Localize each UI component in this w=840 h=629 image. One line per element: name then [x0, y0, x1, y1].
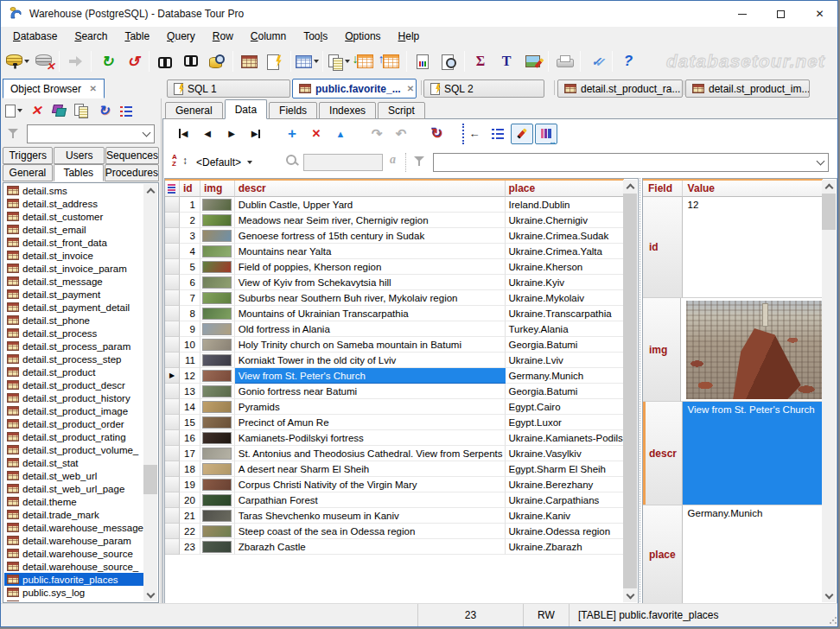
- cell-id[interactable]: 8: [180, 306, 200, 321]
- cell-id[interactable]: 9: [180, 321, 200, 337]
- scroll-up-icon[interactable]: [143, 184, 157, 197]
- cell-img[interactable]: [200, 337, 235, 353]
- new-object-button[interactable]: [3, 100, 25, 121]
- sidebar-tab-tables[interactable]: Tables: [54, 164, 104, 181]
- cell-descr[interactable]: Meadows near Seim river, Chernigiv regio…: [235, 213, 506, 228]
- row-indicator[interactable]: [165, 399, 180, 415]
- row-indicator[interactable]: [165, 430, 180, 446]
- print-preview-button[interactable]: [436, 49, 461, 73]
- sidebar-tab-sequences[interactable]: Sequences: [105, 147, 159, 164]
- row-indicator[interactable]: [165, 244, 180, 259]
- cell-descr[interactable]: Kamianets-Podilskyi fortress: [235, 430, 506, 446]
- cell-id[interactable]: 10: [180, 337, 200, 353]
- table-item[interactable]: detail.st_payment_detail: [4, 301, 143, 314]
- cell-descr[interactable]: Gonio fortress near Batumi: [235, 384, 506, 399]
- table-item[interactable]: detail.warehouse_source_: [4, 560, 143, 573]
- cell-descr[interactable]: Zbarazh Castle: [235, 539, 506, 555]
- menu-tools[interactable]: Tools: [295, 28, 336, 45]
- table-item[interactable]: detail.st_address: [4, 197, 143, 210]
- report-button[interactable]: [410, 49, 436, 73]
- field-name-img[interactable]: img: [643, 298, 681, 402]
- cell-img[interactable]: [200, 197, 235, 213]
- last-record-button[interactable]: [245, 124, 267, 144]
- cell-img[interactable]: [200, 446, 235, 461]
- cell-descr[interactable]: Dublin Castle, Upper Yard: [235, 197, 506, 213]
- cell-id[interactable]: 11: [180, 353, 200, 368]
- cell-id[interactable]: 21: [180, 508, 200, 524]
- blob-pen-record-button[interactable]: [511, 124, 533, 144]
- table-item[interactable]: public.favorite_places: [4, 573, 143, 586]
- connect-db-button[interactable]: [4, 49, 30, 73]
- objects-3d-button[interactable]: [48, 100, 70, 121]
- tab-sql-2[interactable]: SQL 2: [423, 79, 544, 98]
- cell-place[interactable]: Ukraine.Kyiv: [506, 275, 624, 290]
- row-indicator[interactable]: [165, 384, 180, 399]
- table-item[interactable]: detail.st_product_image: [4, 404, 143, 417]
- cell-place[interactable]: Ukraine.Chernigiv: [506, 213, 624, 228]
- sidebar-tab-procedures[interactable]: Procedures: [105, 164, 159, 181]
- cell-id[interactable]: 19: [180, 477, 200, 492]
- checklist-button[interactable]: [115, 100, 137, 121]
- prior-record-button[interactable]: [196, 124, 219, 144]
- text-tool-button[interactable]: [493, 49, 519, 73]
- menu-column[interactable]: Column: [242, 28, 295, 45]
- cell-descr[interactable]: St. Antonius and Theodosius Cathedral. V…: [235, 446, 506, 461]
- table-item[interactable]: detail.st_phone: [4, 314, 143, 327]
- cell-descr[interactable]: Carpathian Forest: [235, 492, 506, 508]
- refresh-record-button[interactable]: [426, 124, 449, 144]
- undo-arrow-button[interactable]: [120, 49, 146, 73]
- row-indicator[interactable]: [165, 306, 180, 321]
- column-header-value[interactable]: Value: [683, 181, 823, 197]
- sidebar-tab-users[interactable]: Users: [54, 147, 104, 164]
- table-item[interactable]: detail.st_email: [4, 223, 143, 236]
- menu-help[interactable]: Help: [390, 28, 429, 45]
- cell-img[interactable]: [200, 539, 235, 555]
- cell-place[interactable]: Egypt.Sharm El Sheih: [506, 461, 624, 477]
- cell-id[interactable]: 3: [180, 228, 200, 244]
- tab-data[interactable]: Data: [225, 99, 267, 119]
- find-replace-button[interactable]: [178, 49, 204, 73]
- table-item[interactable]: detail.trade_mark: [4, 508, 143, 521]
- table-item[interactable]: detail.sms: [4, 184, 143, 197]
- cell-place[interactable]: Ukraine.Kamianets-Podilskyi: [506, 430, 624, 446]
- row-indicator[interactable]: [165, 213, 180, 228]
- field-value-place[interactable]: Germany.Munich: [683, 505, 823, 603]
- cell-img[interactable]: [200, 213, 235, 228]
- menu-database[interactable]: Database: [4, 28, 66, 45]
- column-header-field[interactable]: Field: [643, 181, 683, 197]
- sort-order-select[interactable]: <Default>: [193, 154, 256, 171]
- object-filter-combo[interactable]: [27, 124, 155, 143]
- field-value-id[interactable]: 12: [683, 197, 823, 298]
- close-icon[interactable]: ✕: [90, 84, 97, 93]
- sidebar-tab-triggers[interactable]: Triggers: [3, 147, 53, 164]
- table-item[interactable]: detail.st_invoice: [4, 249, 143, 262]
- cell-place[interactable]: Georgia.Batumi: [506, 337, 624, 353]
- cell-id[interactable]: 1: [180, 197, 200, 213]
- edit-record-button[interactable]: [329, 124, 352, 144]
- table-item[interactable]: detail.st_product: [4, 365, 143, 378]
- copy-button[interactable]: [326, 49, 352, 73]
- cell-id[interactable]: 18: [180, 461, 200, 477]
- cell-place[interactable]: Ukraine.Lviv: [506, 353, 624, 368]
- search-db-button[interactable]: [204, 49, 230, 73]
- table-item[interactable]: detail.st_product_order: [4, 417, 143, 430]
- cell-img[interactable]: [200, 306, 235, 321]
- column-header-place[interactable]: place: [506, 181, 624, 197]
- table-item[interactable]: detail.st_invoice_param: [4, 262, 143, 275]
- row-indicator[interactable]: [165, 524, 180, 539]
- insert-record-button[interactable]: [281, 124, 303, 144]
- cell-descr[interactable]: Holy Trinity church on Sameba mountain i…: [235, 337, 506, 353]
- undo-record-button[interactable]: [390, 124, 412, 144]
- close-icon[interactable]: ✕: [407, 84, 414, 93]
- scroll-thumb[interactable]: [623, 194, 637, 588]
- cell-place[interactable]: Germany.Munich: [506, 368, 624, 384]
- sort-panel-record-button[interactable]: [535, 124, 557, 144]
- commit-check-button[interactable]: [583, 49, 609, 73]
- table-item[interactable]: detail.st_web_url_page: [4, 482, 143, 495]
- disconnect-db-button[interactable]: [30, 49, 56, 73]
- sql-editor-button[interactable]: [262, 49, 288, 73]
- cell-id[interactable]: 7: [180, 290, 200, 306]
- cell-id[interactable]: 2: [180, 213, 200, 228]
- sum-button[interactable]: [468, 49, 493, 73]
- fit-left-record-button[interactable]: [462, 124, 485, 144]
